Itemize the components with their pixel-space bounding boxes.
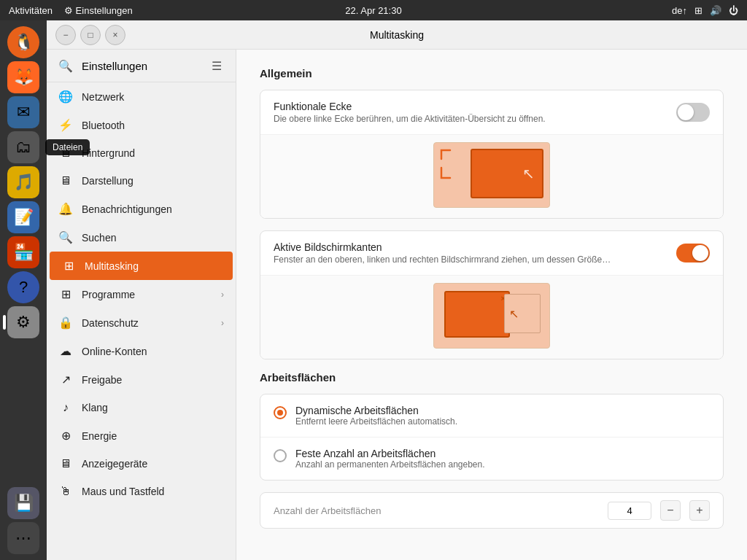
preview-window-2: × [444,291,510,338]
sidebar-header: 🔍 Einstellungen ☰ [47,50,236,82]
taskbar-settings-indicator[interactable]: ⚙ Einstellungen [64,5,133,16]
counter-row: Anzahl der Arbeitsflächen − + [260,492,724,529]
sidebar-item-datenschutz[interactable]: 🔒 Datenschutz › [47,308,236,337]
content-area: Allgemein Funktionale Ecke Die obere lin… [236,50,747,560]
sidebar-item-hintergrund[interactable]: 🖥 Hintergrund [47,139,236,167]
apps-dock-icon[interactable]: ⋯ [7,522,39,554]
preview-inner-window: ↖ [504,294,541,333]
help-dock-icon[interactable]: ? [7,271,39,303]
taskbar-activities[interactable]: Aktivitäten [9,5,53,16]
counter-minus-button[interactable]: − [660,500,681,521]
dynamische-title: Dynamische Arbeitsflächen [295,405,457,416]
rhythmbox-dock-icon[interactable]: 🎵 [7,166,39,198]
sidebar-item-programme[interactable]: ⊞ Programme › [47,280,236,308]
taskbar: Aktivitäten ⚙ Einstellungen 22. Apr 21:3… [0,0,747,20]
multitasking-sidebar-icon: ⊞ [61,259,76,273]
aktive-bildschirmkanten-toggle[interactable] [676,244,710,262]
feste-anzahl-title: Feste Anzahl an Arbeitsflächen [295,448,485,459]
sidebar-label-darstellung: Darstellung [82,175,224,187]
bluetooth-sidebar-icon: ⚡ [58,118,73,132]
sidebar-label-programme: Programme [82,289,212,300]
counter-plus-button[interactable]: + [689,500,710,521]
sidebar-search-button[interactable]: 🔍 [55,55,76,76]
online-konten-sidebar-icon: ☁ [58,344,73,358]
sidebar-label-energie: Energie [82,430,224,442]
funktionale-ecke-title: Funktionale Ecke [274,101,676,112]
maus-sidebar-icon: 🖱 [58,485,73,498]
sidebar: 🔍 Einstellungen ☰ 🌐 Netzwerk ⚡ Bluetooth… [47,50,236,560]
settings-window: − □ × Multitasking 🔍 Einstellungen ☰ 🌐 N… [47,20,747,560]
counter-label: Anzahl der Arbeitsflächen [274,505,599,516]
minimize-button[interactable]: − [55,25,76,45]
section-arbeitsflaechen-title: Arbeitsflächen [260,371,724,384]
power-icon[interactable]: ⏻ [729,5,738,16]
window-body: 🔍 Einstellungen ☰ 🌐 Netzwerk ⚡ Bluetooth… [47,50,747,560]
appstore-dock-icon[interactable]: 🏪 [7,236,39,268]
volume-icon[interactable]: 🔊 [710,5,721,16]
window-title: Multitasking [370,29,424,41]
feste-anzahl-radio-btn[interactable] [274,449,287,462]
dock: 🐧 🦊 ✉ 🗂 Dateien 🎵 📝 🏪 ? ⚙ 💾 ⋯ [0,20,47,560]
sidebar-item-maus[interactable]: 🖱 Maus und Tastfeld [47,478,236,505]
feste-anzahl-row[interactable]: Feste Anzahl an Arbeitsflächen Anzahl an… [260,438,723,480]
gear-icon: ⚙ [64,5,73,16]
sidebar-item-klang[interactable]: ♪ Klang [47,394,236,421]
sidebar-item-bluetooth[interactable]: ⚡ Bluetooth [47,111,236,139]
sidebar-label-hintergrund: Hintergrund [82,147,224,159]
funktionale-ecke-card: Funktionale Ecke Die obere linke Ecke be… [260,90,724,219]
manager-dock-icon[interactable]: 💾 [7,487,39,519]
sidebar-item-benachrichtigungen[interactable]: 🔔 Benachrichtigungen [47,195,236,223]
sidebar-menu-button[interactable]: ☰ [206,55,227,76]
sidebar-item-anzeigegeraete[interactable]: 🖥 Anzeigegeräte [47,450,236,478]
funktionale-ecke-preview: ↖ [260,135,723,218]
sidebar-item-multitasking[interactable]: ⊞ Multitasking [50,252,233,280]
dynamische-row[interactable]: Dynamische Arbeitsflächen Entfernt leere… [260,394,723,438]
sidebar-label-benachrichtigungen: Benachrichtigungen [82,203,224,215]
sidebar-item-online-konten[interactable]: ☁ Online-Konten [47,337,236,365]
firefox-dock-icon[interactable]: 🦊 [7,61,39,93]
preview-cursor: ↖ [522,165,535,182]
sidebar-item-netzwerk[interactable]: 🌐 Netzwerk [47,82,236,111]
benachrichtigungen-sidebar-icon: 🔔 [58,202,73,216]
section-allgemein-title: Allgemein [260,67,724,79]
corner-arrows-svg [437,146,473,182]
dynamische-radio-btn[interactable] [274,406,287,419]
window-titlebar: − □ × Multitasking [47,20,747,50]
programme-arrow-icon: › [221,289,224,300]
sidebar-label-online-konten: Online-Konten [82,346,224,357]
sidebar-label-suchen: Suchen [82,232,224,244]
sidebar-label-klang: Klang [82,402,224,413]
network-icon[interactable]: ⊞ [694,5,703,16]
window-controls: − □ × [55,25,125,45]
suchen-sidebar-icon: 🔍 [58,230,73,244]
sidebar-label-freigabe: Freigabe [82,374,224,386]
taskbar-lang[interactable]: de↑ [672,5,687,16]
sidebar-title: Einstellungen [82,60,201,72]
aktive-bildschirmkanten-preview-box: × ↖ [433,283,550,349]
sidebar-label-anzeigegeraete: Anzeigegeräte [82,458,224,470]
ubuntu-dock-icon[interactable]: 🐧 [7,26,39,58]
datenschutz-sidebar-icon: 🔒 [58,316,73,330]
files-dock-icon[interactable]: 🗂 Dateien [7,131,39,163]
aktive-bildschirmkanten-desc: Fenster an den oberen, linken und rechte… [274,254,624,265]
settings-dock-icon[interactable]: ⚙ [7,306,39,338]
sidebar-item-darstellung[interactable]: 🖥 Darstellung [47,167,236,195]
counter-input[interactable] [608,502,651,520]
sidebar-label-maus: Maus und Tastfeld [82,486,224,497]
sidebar-label-bluetooth: Bluetooth [82,120,224,131]
preview-window-orange: ↖ [471,149,543,198]
sidebar-item-freigabe[interactable]: ↗ Freigabe [47,365,236,394]
feste-anzahl-desc: Anzahl an permanenten Arbeitsflächen ang… [295,459,485,470]
funktionale-ecke-toggle[interactable] [676,103,710,122]
hintergrund-sidebar-icon: 🖥 [58,147,73,160]
close-button[interactable]: × [105,25,125,45]
programme-sidebar-icon: ⊞ [58,287,73,301]
funktionale-ecke-desc: Die obere linke Ecke berühren, um die Ak… [274,114,624,124]
aktive-bildschirmkanten-card: Aktive Bildschirmkanten Fenster an den o… [260,230,724,359]
maximize-button[interactable]: □ [80,25,101,45]
sidebar-item-energie[interactable]: ⊕ Energie [47,421,236,450]
sidebar-item-suchen[interactable]: 🔍 Suchen [47,223,236,252]
writer-dock-icon[interactable]: 📝 [7,201,39,233]
freigabe-sidebar-icon: ↗ [58,373,73,386]
thunderbird-dock-icon[interactable]: ✉ [7,96,39,128]
